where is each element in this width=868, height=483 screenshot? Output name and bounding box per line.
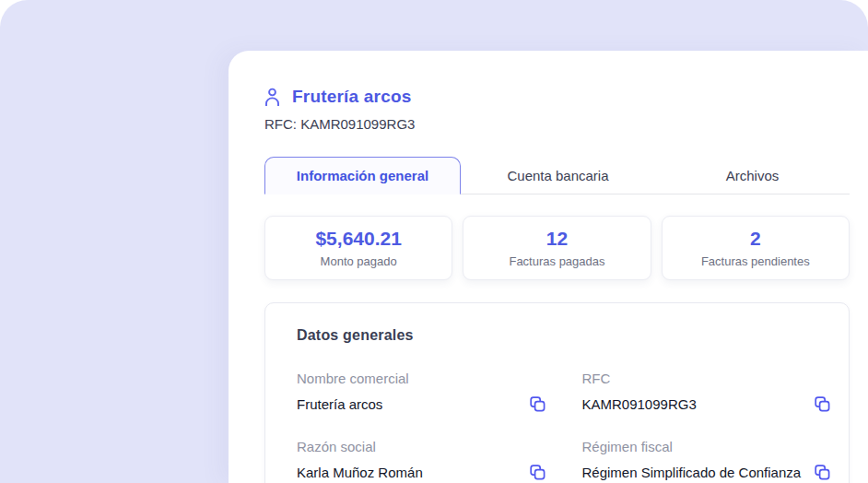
copy-icon [815,401,830,415]
client-rfc: RFC: KAMR091099RG3 [264,116,850,132]
copy-regimen-fiscal-button[interactable] [815,465,830,480]
field-razon-social: Razón social Karla Muñoz Román [297,439,545,480]
field-label: Razón social [297,439,545,454]
copy-nombre-comercial-button[interactable] [530,396,545,412]
copy-razon-social-button[interactable] [530,465,545,480]
field-nombre-comercial: Nombre comercial Frutería arcos [297,371,545,412]
field-label: RFC [582,371,831,386]
page: Frutería arcos RFC: KAMR091099RG3 Inform… [0,0,868,483]
stat-label: Facturas pagadas [509,254,604,268]
tab-cuenta-bancaria[interactable]: Cuenta bancaria [461,157,655,194]
datos-generales-card: Datos generales Nombre comercial Fruterí… [264,302,850,483]
stat-card-facturas-pagadas: 12 Facturas pagadas [463,216,651,280]
tab-bar: Información general Cuenta bancaria Arch… [264,157,850,194]
field-value: Régimen Simplificado de Confianza [582,465,802,480]
stat-value: $5,640.21 [315,228,401,250]
copy-rfc-button[interactable] [815,396,830,412]
stat-label: Monto pagado [321,254,397,268]
client-name: Frutería arcos [292,87,412,107]
stat-value: 12 [546,228,568,250]
copy-icon [530,469,545,483]
fields-grid: Nombre comercial Frutería arcos [297,371,830,480]
field-regimen-fiscal: Régimen fiscal Régimen Simplificado de C… [582,439,831,480]
copy-icon [815,469,830,483]
field-rfc: RFC KAMR091099RG3 [582,371,831,412]
field-value: KAMR091099RG3 [582,396,697,412]
person-icon [264,88,280,106]
stat-value: 2 [750,228,761,250]
client-detail-panel: Frutería arcos RFC: KAMR091099RG3 Inform… [229,51,868,483]
field-label: Régimen fiscal [582,439,831,454]
stat-card-monto-pagado: $5,640.21 Monto pagado [264,216,452,280]
section-title: Datos generales [297,327,830,344]
client-header: Frutería arcos [264,87,850,107]
field-value: Frutería arcos [297,396,382,412]
tab-archivos[interactable]: Archivos [655,157,850,194]
field-value: Karla Muñoz Román [297,465,423,480]
tab-informacion-general[interactable]: Información general [264,157,461,194]
stat-card-facturas-pendientes: 2 Facturas pendientes [662,216,850,280]
field-label: Nombre comercial [297,371,545,386]
stat-label: Facturas pendientes [701,254,810,268]
stats-row: $5,640.21 Monto pagado 12 Facturas pagad… [264,216,850,280]
copy-icon [530,401,545,415]
